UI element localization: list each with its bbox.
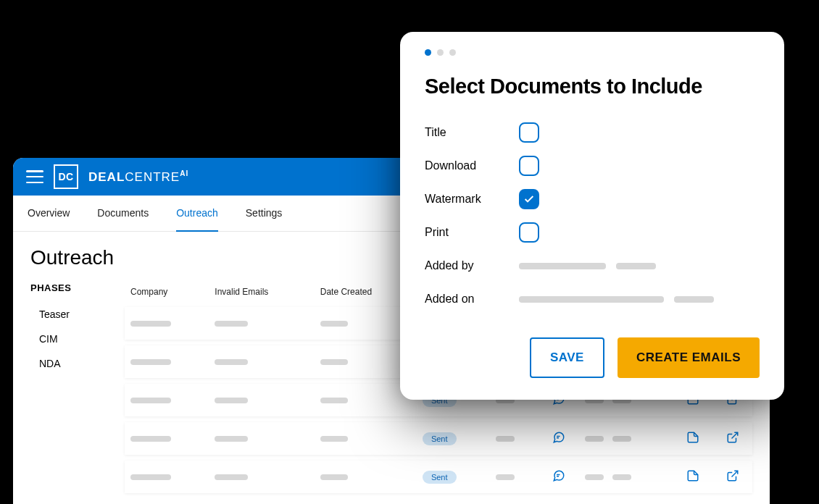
svg-line-14	[731, 471, 737, 476]
modal-title: Select Documents to Include	[425, 75, 760, 98]
note-icon[interactable]	[686, 435, 699, 446]
open-icon[interactable]	[726, 474, 739, 484]
phase-item[interactable]: NDA	[30, 351, 112, 376]
added-by-label: Added by	[425, 259, 519, 272]
svg-line-11	[731, 432, 737, 438]
chat-icon[interactable]	[552, 435, 565, 446]
column-header: Company	[125, 282, 209, 301]
option-label: Print	[425, 226, 519, 239]
option-label: Watermark	[425, 193, 519, 206]
checkbox-print[interactable]	[519, 222, 539, 243]
phase-item[interactable]: Teaser	[30, 302, 112, 327]
table-row[interactable]: Sent	[125, 422, 752, 455]
tab-settings[interactable]: Settings	[246, 196, 283, 232]
phases-header: PHASES	[30, 280, 112, 302]
step-dot[interactable]	[449, 49, 456, 56]
step-dots	[425, 49, 760, 56]
brand-name: DEALCENTREAI	[88, 169, 188, 185]
option-label: Title	[425, 126, 519, 139]
tab-overview[interactable]: Overview	[28, 196, 70, 232]
tab-documents[interactable]: Documents	[97, 196, 149, 232]
logo-badge: DC	[54, 164, 78, 189]
checkbox-title[interactable]	[519, 122, 539, 143]
checkbox-download[interactable]	[519, 156, 539, 176]
checkbox-watermark[interactable]	[519, 189, 539, 209]
save-button[interactable]: SAVE	[530, 337, 604, 378]
column-header: Invalid Emails	[209, 282, 314, 301]
added-on-value	[519, 296, 760, 303]
option-label: Download	[425, 159, 519, 172]
tab-outreach[interactable]: Outreach	[176, 196, 218, 232]
chat-icon[interactable]	[552, 474, 565, 484]
menu-icon[interactable]	[26, 170, 43, 183]
select-documents-modal: Select Documents to Include TitleDownloa…	[400, 32, 784, 400]
step-dot[interactable]	[425, 49, 431, 56]
status-badge: Sent	[423, 432, 457, 445]
status-badge: Sent	[423, 471, 457, 484]
create-emails-button[interactable]: CREATE EMAILS	[618, 337, 760, 378]
phases-sidebar: PHASES TeaserCIMNDA	[30, 280, 112, 499]
phase-item[interactable]: CIM	[30, 327, 112, 351]
step-dot[interactable]	[437, 49, 444, 56]
open-icon[interactable]	[726, 435, 739, 446]
note-icon[interactable]	[686, 474, 699, 484]
table-row[interactable]: Sent	[125, 461, 752, 493]
added-by-value	[519, 263, 760, 269]
added-on-label: Added on	[425, 293, 519, 306]
